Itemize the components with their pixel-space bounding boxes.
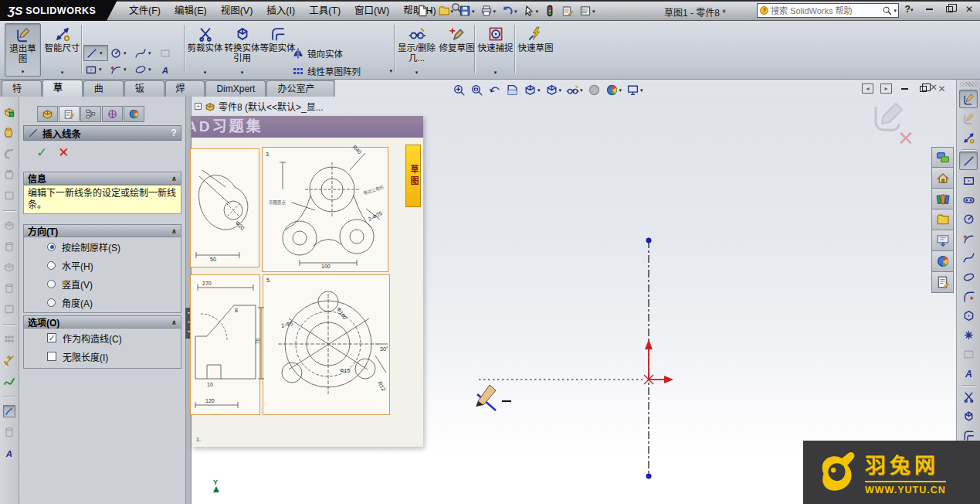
new-button[interactable]: ▾ [415,4,434,18]
section-view-button[interactable] [506,83,519,97]
file-explorer-tab[interactable] [931,209,954,230]
rectangle-tool[interactable] [959,171,978,189]
linear-sketch-pattern-button[interactable]: 线性草图阵列 ▾ [292,62,392,80]
dock-left-icon[interactable]: ◂ [862,83,873,94]
home-tab[interactable] [931,168,954,189]
menu-window[interactable]: 窗口(W) [348,2,396,21]
radio-angle[interactable]: 角度(A) [24,293,181,312]
dock-right-icon[interactable]: ▸ [880,83,892,94]
tab-features[interactable]: 特征 [2,80,42,97]
doc-minimize-button[interactable] [899,83,910,94]
text-feature-icon[interactable]: A [3,447,15,459]
smart-dimension-tool[interactable] [959,128,978,147]
save-button[interactable]: ▾ [457,4,476,18]
restore-button[interactable] [942,3,956,15]
appearances-tab[interactable] [931,251,954,272]
reference-geometry-icon[interactable] [3,354,15,366]
polygon-tool[interactable] [959,306,978,325]
options-caret[interactable]: ▾ [592,9,595,14]
panel-help-icon[interactable]: ? [171,128,177,138]
part-tree-item[interactable]: 零件8 (默认<<默认>_显... [219,100,324,113]
extruded-boss-icon[interactable] [3,106,15,118]
open-button[interactable]: ▾ [436,4,456,18]
custom-properties-tab[interactable] [931,272,954,293]
text-tool-button[interactable]: A [158,62,182,77]
rectangle-tool-button[interactable]: ▾ [83,62,108,77]
doc-close-button[interactable]: ✕ [936,83,948,94]
offset-entities-button[interactable]: 等距实体 [259,23,296,77]
previous-view-button[interactable] [488,83,501,97]
display-relations-caret[interactable]: ▾ [415,70,419,75]
close-button[interactable]: ✕ [962,3,976,15]
convert-entities-button[interactable]: 转换实体引用 ▾ [224,23,260,77]
linear-pattern-caret[interactable]: ▾ [389,68,392,73]
exit-sketch-tool[interactable] [959,90,978,108]
new-caret[interactable]: ▾ [429,9,432,14]
dimxpert-manager-tab[interactable] [102,106,123,122]
tab-dimxpert[interactable]: DimXpert [205,80,266,97]
task-pane-close-icon[interactable]: ✕ [930,82,938,93]
zoom-area-button[interactable] [470,83,483,97]
checkbox-for-construction[interactable]: ✓作为构造线(C) [24,329,181,347]
configuration-manager-tab[interactable] [80,106,101,122]
slot-tool[interactable] [959,190,978,209]
repair-sketch-button[interactable]: 修复草图 [439,23,475,77]
circle-tool[interactable] [959,209,978,228]
menu-edit[interactable]: 编辑(E) [168,2,214,21]
property-manager-tab[interactable] [59,106,80,122]
line-tool-button[interactable]: ▾ [83,45,108,61]
display-delete-relations-button[interactable]: 显示/删除几... ▾ [397,23,436,77]
radio-button[interactable] [47,243,56,251]
quick-snaps-caret[interactable]: ▾ [494,70,497,75]
print-caret[interactable]: ▾ [493,9,497,14]
options-button[interactable]: ▾ [578,4,597,18]
view-palette-tab[interactable] [931,230,954,251]
tab-sketch[interactable]: 草图 [42,80,83,97]
file-properties-button[interactable] [560,4,575,18]
search-caret[interactable]: ▾ [894,8,897,13]
text-tool[interactable]: A [959,364,978,383]
select-caret[interactable]: ▾ [536,9,539,14]
spline-tool[interactable] [959,248,978,267]
display-manager-tab[interactable] [124,106,144,122]
trim-tool[interactable] [959,387,978,406]
minimize-button[interactable] [922,3,936,15]
curves-icon[interactable] [3,375,15,387]
search-input[interactable] [771,6,880,15]
save-caret[interactable]: ▾ [472,9,475,14]
open-caret[interactable]: ▾ [451,9,454,14]
ellipse-tool[interactable] [959,267,978,286]
tab-surfaces[interactable]: 曲面 [83,80,124,97]
circle-tool-button[interactable]: ▾ [108,46,133,61]
tree-expand-icon[interactable]: + [195,103,202,110]
radio-button[interactable] [47,280,56,288]
feature-manager-tab[interactable] [37,106,58,122]
undo-button[interactable]: ▾ [500,4,519,18]
undo-caret[interactable]: ▾ [514,9,517,14]
collapse-chevron-icon[interactable]: ∧ [171,318,177,326]
tab-office-products[interactable]: 办公室产品 [266,80,334,97]
view-settings-button[interactable]: ▾ [626,83,643,97]
zoom-fit-button[interactable] [453,83,466,97]
checkbox[interactable] [47,352,56,361]
radio-vertical[interactable]: 竖直(V) [24,274,181,293]
options-section-header[interactable]: 选项(O) ∧ [23,315,181,329]
radio-button[interactable] [47,261,56,270]
ellipse-tool-button[interactable]: ▾ [133,62,158,77]
radio-horizontal[interactable]: 水平(H) [24,256,181,274]
cancel-x-icon[interactable]: ✕ [58,145,69,161]
collapse-chevron-icon[interactable]: ∧ [171,227,177,235]
checkbox-infinite-length[interactable]: 无限长度(I) [24,347,181,366]
line-tool[interactable] [959,152,978,170]
arc-tool[interactable] [959,229,978,247]
radio-button[interactable] [47,298,56,307]
revolved-boss-icon[interactable] [3,127,15,139]
direction-section-header[interactable]: 方向(T) ∧ [23,224,181,237]
apply-scene-button[interactable]: ▾ [605,83,622,97]
print-button[interactable]: ▾ [479,4,498,18]
toolbar-grip[interactable] [960,82,978,87]
menu-tools[interactable]: 工具(T) [302,2,348,21]
doc-restore-button[interactable] [917,83,929,94]
select-button[interactable]: ▾ [521,4,541,18]
fillet-tool[interactable] [959,287,978,305]
